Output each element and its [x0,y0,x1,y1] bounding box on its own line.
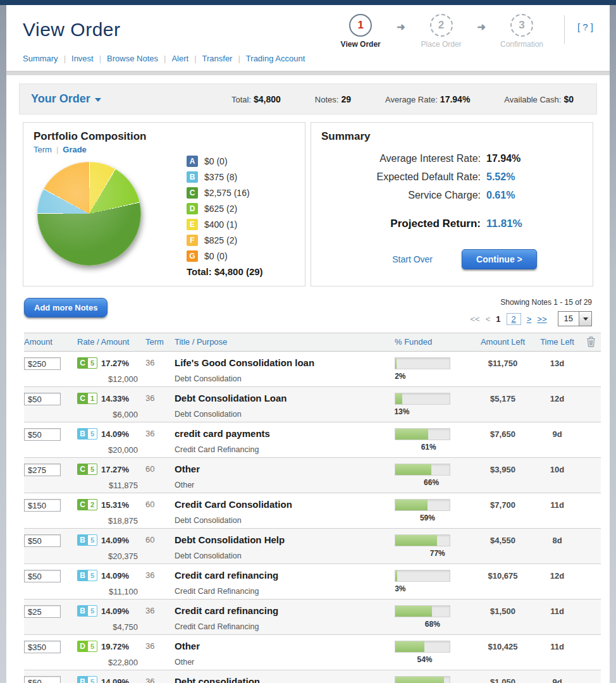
note-title[interactable]: Debt Consolidation Help [175,534,395,545]
step-place-order[interactable]: 2Place Order [414,14,469,49]
notes-pagination-area: Showing Notes 1 - 15 of 29 << < 1 2 > >>… [471,298,593,326]
note-amount-input[interactable] [24,393,61,405]
rate-line: C517.27% [77,357,145,369]
term-cell: 60 [145,534,175,563]
step-view-order[interactable]: 1View Order [333,14,388,49]
note-title[interactable]: Other [175,464,395,474]
step-confirmation[interactable]: 3Confirmation [495,14,549,49]
add-more-notes-button[interactable]: Add more Notes [24,298,108,317]
nav-link-alert[interactable]: Alert [171,54,188,63]
note-title[interactable]: Debt consolidation [175,676,395,683]
page-container: View Order 1View Order➜2Place Order➜3Con… [6,5,610,683]
help-link[interactable]: [ ? ] [577,14,593,32]
rate-line: D519.72% [77,641,145,652]
summary-row-value: 17.94% [486,153,521,164]
dropdown-arrow-icon[interactable] [579,312,591,326]
table-row: B514.09%$10,00036Debt consolidationDebt … [24,670,601,683]
funded-bar: 89% [395,676,450,683]
col-funded[interactable]: % Funded [395,337,472,347]
order-stat-label: Average Rate: [385,95,438,104]
note-amount-input[interactable] [24,464,61,476]
page-size-select[interactable]: 15 [558,311,592,326]
legend-value: $375 (8) [204,172,237,182]
note-amount-input[interactable] [24,357,61,370]
col-rate-amount[interactable]: Rate / Amount [77,337,145,347]
term-cell: 36 [145,676,175,683]
notes-table-header: Amount Rate / Amount Term Title / Purpos… [24,333,601,352]
portfolio-tab-grade[interactable]: Grade [63,145,87,154]
rate-amount-cell: C517.27%$12,000 [77,357,145,386]
page-2-link[interactable]: 2 [507,313,521,325]
col-amount-left[interactable]: Amount Left [472,337,534,347]
step-label: Confirmation [495,40,549,49]
funded-cell: 66% [395,464,472,493]
col-title-purpose[interactable]: Title / Purpose [175,337,395,347]
start-over-link[interactable]: Start Over [392,254,433,264]
amount-left-cell: $1,050 [472,676,534,683]
note-amount-input[interactable] [24,605,61,618]
tab-separator: | [56,145,58,154]
note-amount-input[interactable] [24,641,61,653]
note-title[interactable]: credit card payments [175,428,395,439]
delete-all-trash-icon[interactable] [581,336,601,347]
your-order-dropdown[interactable]: Your Order [31,92,101,106]
note-title[interactable]: Life's Good Consolidation loan [175,357,395,368]
rate-amount-cell: C517.27%$11,875 [77,464,145,493]
nav-link-browse-notes[interactable]: Browse Notes [107,54,158,63]
note-title[interactable]: Credit card refinancing [175,570,395,581]
amount-cell [24,676,77,683]
summary-row-label: Average Interest Rate: [321,153,481,164]
loan-amount: $4,750 [77,622,145,632]
projected-return-value: 11.81% [486,218,522,230]
note-title[interactable]: Other [175,641,395,651]
rate-line: B514.09% [77,605,145,617]
loan-amount: $22,800 [77,658,145,667]
note-amount-input[interactable] [24,499,61,512]
table-row: B514.09%$11,10036Credit card refinancing… [24,564,601,600]
note-title[interactable]: Credit card refinancing [175,605,395,616]
amount-cell [24,357,77,386]
grade-subnumber: 2 [88,500,97,510]
col-amount[interactable]: Amount [24,337,77,347]
col-time-left[interactable]: Time Left [534,337,581,347]
grade-subnumber: 5 [88,358,97,368]
note-amount-input[interactable] [24,534,61,547]
grade-letter: B [78,535,87,545]
term-cell: 60 [145,499,175,528]
term-cell: 36 [145,428,175,457]
note-amount-input[interactable] [24,676,61,683]
last-page-button[interactable]: >> [537,314,546,324]
term-cell: 36 [145,357,175,386]
term-cell: 60 [145,464,175,493]
col-term[interactable]: Term [145,337,175,347]
rate-amount-cell: B514.09%$4,750 [77,605,145,634]
nav-link-summary[interactable]: Summary [23,54,58,63]
nav-link-trading-account[interactable]: Trading Account [246,54,305,63]
portfolio-tab-term[interactable]: Term [34,145,52,154]
title-purpose-cell: Debt Consolidation LoanDebt Consolidatio… [175,393,395,422]
row-trash-cell [581,464,601,493]
time-left-cell: 13d [534,357,581,386]
portfolio-title: Portfolio Composition [34,130,295,143]
order-summary-bar: Your Order Total:$4,800Notes:29Average R… [19,83,597,114]
note-title[interactable]: Credit Card Consolidation [175,499,395,510]
continue-button[interactable]: Continue > [462,249,537,269]
nav-link-transfer[interactable]: Transfer [202,54,233,63]
grade-badge: B5 [77,428,97,440]
note-amount-input[interactable] [24,428,61,441]
funded-bar: 2% [395,357,450,369]
grade-badge: C2 [77,499,97,510]
note-amount-input[interactable] [24,570,61,582]
amount-cell [24,570,77,599]
grade-letter: B [78,429,87,439]
first-page-button[interactable]: << [471,314,480,324]
legend-row: B$375 (8) [187,171,263,183]
summary-title: Summary [321,130,582,143]
next-page-button[interactable]: > [527,314,532,324]
legend-row: F$825 (2) [187,235,263,246]
rate-line: C215.31% [77,499,145,510]
prev-page-button[interactable]: < [486,314,491,324]
progress-track [395,393,450,405]
note-title[interactable]: Debt Consolidation Loan [175,393,395,403]
nav-link-invest[interactable]: Invest [71,54,94,63]
